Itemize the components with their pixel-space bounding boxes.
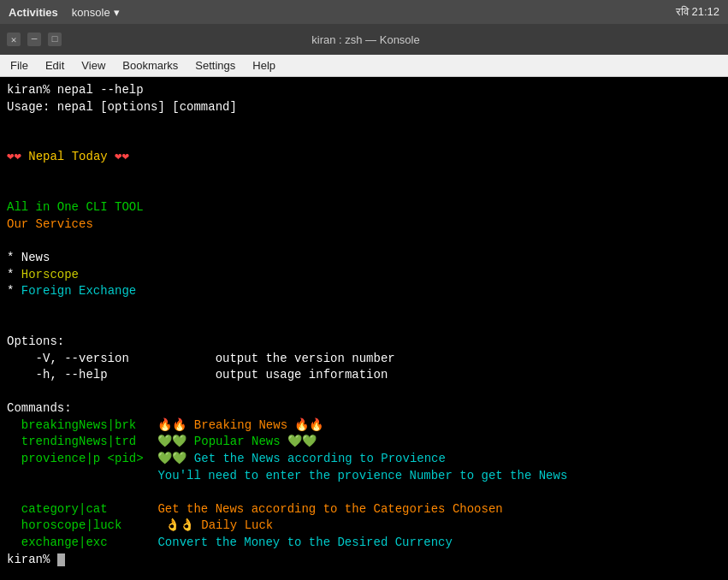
command-text: nepal --help (57, 83, 144, 97)
menu-file[interactable]: File (3, 57, 35, 74)
cmd-provience-desc2: You'll need to enter the provience Numbe… (157, 469, 567, 482)
our-services-text: Our Services (7, 217, 93, 231)
cmd-trending-spacer (136, 435, 157, 448)
provience-line2: You'll need to enter the provience Numbe… (7, 468, 721, 485)
cmd-category-spacer (108, 502, 158, 516)
cmd-horoscope-desc: Daily Luck (201, 518, 273, 532)
menu-bookmarks[interactable]: Bookmarks (115, 57, 185, 74)
service-news-line: * News (7, 250, 721, 267)
blank-line (7, 233, 721, 250)
green-heart-left: 💚💚 (157, 435, 193, 448)
cmd-trending: trendingNews|trd (7, 435, 136, 448)
green-heart-right: 💚💚 (287, 435, 317, 448)
terminal-line: Usage: nepal [options] [command] (7, 99, 721, 116)
provience-line1: provience|p <pid> 💚💚 Get the News accord… (7, 451, 721, 468)
service-star3: * (7, 284, 21, 298)
breaking-news-line: breakingNews|brk 🔥🔥 Breaking News 🔥🔥 (7, 417, 721, 435)
blank-line (7, 484, 721, 501)
menu-help[interactable]: Help (246, 57, 282, 74)
blank-line (7, 166, 721, 183)
commands-text: Commands: (7, 401, 72, 415)
all-in-one-line: All in One CLI TOOL (7, 199, 721, 216)
final-prompt: kiran% (7, 553, 57, 566)
cmd-exchange-spacer (108, 536, 158, 549)
category-line: category|cat Get the News according to t… (7, 501, 721, 518)
service-exchange: Foreign Exchange (21, 284, 136, 298)
our-services-line: Our Services (7, 216, 721, 234)
options-header: Options: (7, 334, 721, 351)
commands-header: Commands: (7, 400, 721, 417)
window-title: kiran : zsh — Konsole (311, 33, 419, 46)
service-exchange-line: * Foreign Exchange (7, 283, 721, 300)
option-help-spacer (108, 368, 216, 382)
maximize-button[interactable]: □ (48, 33, 62, 46)
option-version-flags: -V, --version (7, 352, 129, 365)
cmd-horoscope: horoscope|luck (7, 518, 121, 532)
terminal-output[interactable]: kiran% nepal --help Usage: nepal [option… (0, 77, 728, 580)
provience-indent (7, 469, 157, 482)
menu-settings[interactable]: Settings (188, 57, 242, 74)
option-help-line: -h, --help output usage information (7, 367, 721, 384)
cmd-provience-desc1: Get the News according to Provience (194, 452, 446, 465)
service-horscope: Horscope (21, 268, 79, 281)
blank-line (7, 133, 721, 150)
option-help-flags: -h, --help (7, 368, 108, 382)
service-star: * (7, 251, 21, 264)
horoscope-line: horoscope|luck 👌👌 Daily Luck (7, 518, 721, 535)
cmd-category-desc: Get the News according to the Categories… (157, 502, 502, 516)
activities-button[interactable]: Activities (9, 6, 58, 19)
nepal-title: ❤❤ Nepal Today ❤❤ (7, 149, 721, 166)
blank-line (7, 384, 721, 401)
blank-line (7, 183, 721, 200)
cmd-breaking: breakingNews|brk (7, 418, 136, 432)
cmd-horoscope-spacer (121, 518, 164, 532)
provience-emoji: 💚💚 (157, 452, 193, 465)
hearts-left: ❤❤ (7, 150, 28, 163)
konsole-label[interactable]: konsole ▾ (72, 6, 120, 19)
option-version-spacer (129, 352, 216, 365)
cmd-provience: provience|p <pid> (7, 452, 144, 465)
option-version-line: -V, --version output the version number (7, 351, 721, 368)
blank-line (7, 317, 721, 334)
title-bar: ✕ ─ □ kiran : zsh — Konsole (0, 24, 728, 55)
title-bar-controls: ✕ ─ □ (7, 33, 62, 46)
service-star2: * (7, 268, 21, 281)
cmd-provience-spacer (144, 452, 158, 465)
blank-line (7, 115, 721, 133)
exchange-line: exchange|exc Convert the Money to the De… (7, 535, 721, 552)
system-bar: Activities konsole ▾ रवि 21:12 (0, 0, 728, 24)
close-button[interactable]: ✕ (7, 33, 21, 46)
service-news: News (21, 251, 50, 264)
minimize-button[interactable]: ─ (27, 33, 41, 46)
konsole-dropdown-icon: ▾ (114, 6, 120, 19)
option-version-desc: output the version number (216, 352, 395, 365)
output-text: Usage: nepal [options] [command] (7, 100, 237, 114)
final-prompt-line: kiran% (7, 552, 721, 569)
menu-view[interactable]: View (74, 57, 112, 74)
cmd-breaking-spacer (136, 418, 157, 432)
terminal-line: kiran% nepal --help (7, 82, 721, 99)
fire-emoji-left: 🔥🔥 (157, 418, 193, 432)
service-horscope-line: * Horscope (7, 267, 721, 284)
system-bar-left: Activities konsole ▾ (9, 6, 120, 19)
cursor (57, 553, 65, 566)
nepal-today-text: Nepal Today (28, 150, 115, 163)
datetime: रवि 21:12 (676, 5, 719, 19)
all-in-one-text: All in One CLI TOOL (7, 200, 144, 214)
cmd-exchange-desc: Convert the Money to the Desired Currenc… (157, 536, 452, 549)
cmd-breaking-desc: Breaking News (194, 418, 295, 432)
prompt: kiran% (7, 83, 57, 97)
option-help-desc: output usage information (216, 368, 388, 382)
cmd-exchange: exchange|exc (7, 536, 108, 549)
cmd-trending-desc: Popular News (194, 435, 287, 448)
menu-bar: File Edit View Bookmarks Settings Help (0, 55, 728, 77)
menu-edit[interactable]: Edit (38, 57, 71, 74)
fire-emoji-right: 🔥🔥 (294, 418, 323, 432)
hearts-right: ❤❤ (115, 150, 129, 163)
cmd-category: category|cat (7, 502, 108, 516)
trending-news-line: trendingNews|trd 💚💚 Popular News 💚💚 (7, 434, 721, 451)
konsole-text: konsole (72, 6, 110, 19)
horoscope-emoji: 👌👌 (165, 518, 201, 532)
blank-line (7, 300, 721, 317)
options-text: Options: (7, 334, 64, 348)
